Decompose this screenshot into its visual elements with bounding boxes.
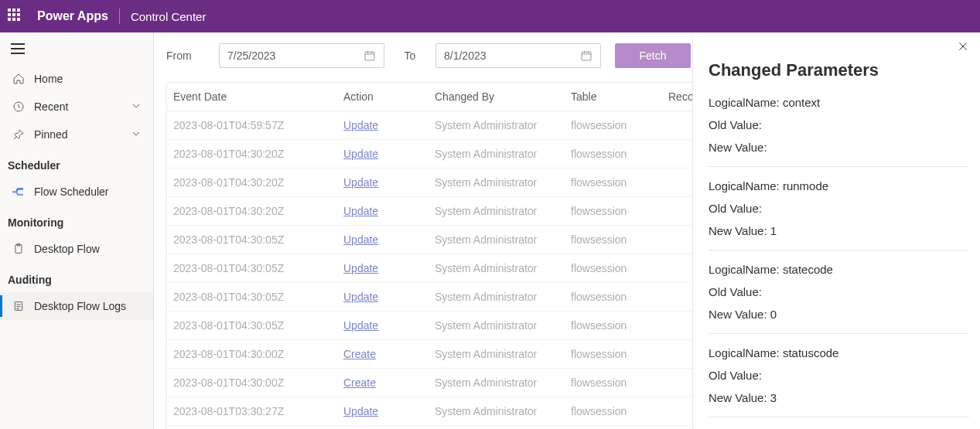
from-date-field[interactable] (227, 49, 364, 62)
sidebar: Home Recent Pinned Scheduler F (0, 32, 154, 429)
action-link[interactable]: Update (343, 148, 378, 160)
action-link[interactable]: Update (343, 291, 378, 303)
panel-title: Changed Parameters (709, 60, 969, 80)
cell-table: flowsession (565, 140, 662, 168)
cell-event-date: 2023-08-01T04:30:20Z (167, 197, 337, 225)
app-name: Power Apps (37, 9, 108, 23)
cell-action: Update (337, 283, 429, 311)
action-link[interactable]: Create (343, 376, 376, 389)
cell-changed-by: System Administrator (429, 283, 565, 311)
to-date-field[interactable] (444, 49, 580, 62)
details-panel: Changed Parameters LogicalName: contextO… (692, 32, 980, 429)
cell-action: Update (337, 254, 429, 282)
param-old-value: Old Value: (709, 114, 969, 136)
cell-event-date: 2023-08-01T04:30:00Z (167, 340, 337, 368)
nav-item-recent[interactable]: Recent (0, 93, 153, 121)
cell-changed-by: System Administrator (429, 397, 565, 425)
sidebar-toggle[interactable] (0, 32, 153, 65)
th-changed-by[interactable]: Changed By (429, 83, 565, 111)
cell-action: Update (337, 140, 429, 168)
pin-icon (11, 128, 26, 141)
panel-body: LogicalName: contextOld Value:New Value:… (709, 91, 969, 417)
cell-table: flowsession (565, 283, 662, 311)
nav-label-pinned: Pinned (34, 128, 130, 141)
action-link[interactable]: Update (343, 176, 378, 189)
action-link[interactable]: Update (343, 319, 378, 332)
close-button[interactable] (957, 40, 969, 55)
action-link[interactable]: Update (343, 205, 378, 217)
cell-event-date: 2023-08-01T04:30:05Z (167, 254, 337, 282)
cell-changed-by: System Administrator (429, 340, 565, 368)
cell-event-date: 2023-08-01T03:30:27Z (167, 397, 337, 425)
cell-event-date: 2023-08-01T04:30:20Z (167, 169, 337, 196)
from-label: From (166, 49, 205, 62)
to-date-input[interactable] (435, 43, 601, 68)
param-new-value: New Value: 1 (709, 220, 969, 242)
cell-table: flowsession (565, 197, 662, 225)
param-block: LogicalName: contextOld Value:New Value: (709, 91, 969, 167)
log-icon (11, 300, 26, 312)
cell-event-date: 2023-08-01T04:30:00Z (167, 369, 337, 397)
to-label: To (398, 49, 422, 62)
th-action[interactable]: Action (337, 83, 429, 111)
cell-changed-by: System Administrator (429, 254, 565, 282)
cell-action: Update (337, 226, 429, 254)
param-block: LogicalName: runmodeOld Value:New Value:… (709, 175, 969, 250)
cell-changed-by: System Administrator (429, 140, 565, 168)
section-title-scheduler: Scheduler (0, 148, 153, 178)
svg-rect-5 (582, 52, 591, 60)
action-link[interactable]: Update (343, 119, 378, 131)
param-old-value: Old Value: (709, 364, 969, 386)
cell-changed-by: System Administrator (429, 111, 565, 139)
cell-table: flowsession (565, 111, 662, 139)
cell-action: Update (337, 426, 429, 429)
param-new-value: New Value: 3 (709, 386, 969, 409)
cell-action: Update (337, 111, 429, 139)
action-link[interactable]: Update (343, 405, 378, 417)
cell-event-date: 2023-08-01T03:30:27Z (167, 426, 337, 429)
cell-changed-by: System Administrator (429, 312, 565, 339)
action-link[interactable]: Create (343, 348, 376, 360)
action-link[interactable]: Update (343, 262, 378, 274)
param-block: LogicalName: statuscodeOld Value:New Val… (709, 342, 969, 417)
param-new-value: New Value: 0 (709, 303, 969, 325)
param-logical-name: LogicalName: context (709, 91, 969, 114)
header-separator (119, 9, 120, 24)
cell-action: Create (337, 369, 429, 397)
cell-event-date: 2023-08-01T04:30:05Z (167, 283, 337, 311)
calendar-icon (580, 49, 592, 62)
cell-event-date: 2023-08-01T04:30:05Z (167, 226, 337, 254)
app-header: Power Apps Control Center (0, 0, 980, 32)
cell-changed-by: System Administrator (429, 369, 565, 397)
nav-item-pinned[interactable]: Pinned (0, 121, 153, 148)
flow-icon (11, 186, 26, 197)
from-date-input[interactable] (219, 43, 384, 68)
th-event-date[interactable]: Event Date (167, 83, 337, 111)
nav-item-desktop-flow[interactable]: Desktop Flow (0, 235, 153, 263)
cell-action: Update (337, 169, 429, 196)
cell-table: flowsession (565, 254, 662, 282)
waffle-icon[interactable] (8, 9, 23, 24)
clipboard-icon (11, 243, 26, 255)
fetch-button[interactable]: Fetch (615, 43, 691, 68)
nav-item-home[interactable]: Home (0, 65, 153, 93)
calendar-icon (364, 49, 376, 62)
cell-event-date: 2023-08-01T04:30:05Z (167, 312, 337, 339)
main-content: From To Fetch Event Date Action Changed … (154, 32, 980, 429)
nav-label-desktop-flow-logs: Desktop Flow Logs (34, 300, 142, 312)
th-table[interactable]: Table (565, 83, 662, 111)
section-title-auditing: Auditing (0, 263, 153, 292)
nav-label-desktop-flow: Desktop Flow (34, 243, 142, 255)
param-old-value: Old Value: (709, 281, 969, 303)
nav-item-flow-scheduler[interactable]: Flow Scheduler (0, 178, 153, 206)
page-title: Control Center (131, 10, 207, 23)
action-link[interactable]: Update (343, 233, 378, 246)
cell-action: Update (337, 312, 429, 339)
chevron-down-icon (130, 128, 142, 142)
cell-action: Update (337, 397, 429, 425)
cell-table: flowsession (565, 226, 662, 254)
cell-changed-by: System Administrator (429, 226, 565, 254)
nav-item-desktop-flow-logs[interactable]: Desktop Flow Logs (0, 292, 153, 320)
hamburger-icon (11, 43, 25, 54)
close-icon (957, 40, 969, 53)
